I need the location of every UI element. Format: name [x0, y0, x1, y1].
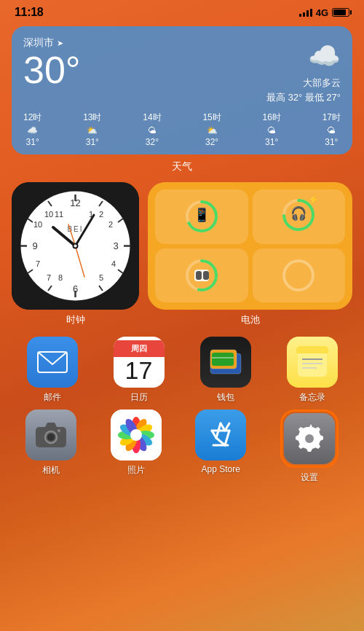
hour-temp-4: 31°: [265, 137, 278, 147]
svg-point-63: [47, 434, 55, 441]
hour-icon-0: ☁️: [27, 125, 38, 136]
battery-label: 电池: [148, 313, 352, 326]
location-icon: ➤: [57, 39, 63, 48]
battery-item-earbuds: 🎧 ⚡: [253, 189, 346, 244]
hour-icon-1: ⛅: [87, 125, 98, 136]
weather-cloud-icon: ☁️: [266, 36, 341, 76]
clock-label: 时钟: [12, 313, 139, 326]
hour-label-3: 15时: [202, 111, 221, 124]
notes-label: 备忘录: [299, 391, 325, 404]
hour-temp-0: 31°: [26, 137, 39, 147]
hour-temp-2: 32°: [146, 137, 159, 147]
weather-hour-1: 13时 ⛅ 31°: [83, 111, 101, 147]
camera-label: 相机: [42, 464, 60, 477]
weather-hour-0: 12时 ☁️ 31°: [23, 111, 41, 147]
hour-label-2: 14时: [143, 111, 161, 124]
photos-icon: [111, 409, 162, 460]
appstore-label: App Store: [202, 464, 240, 474]
svg-point-86: [305, 434, 314, 443]
svg-text:6: 6: [73, 283, 78, 294]
app-item-photos[interactable]: 照片: [111, 409, 162, 484]
wallet-icon: [200, 337, 251, 388]
hour-icon-2: 🌤: [148, 125, 157, 136]
widget-row: 12 3 6 9 2 10 7 11 1 2 4 5 8 7 10 BEI: [12, 182, 352, 326]
weather-city: 深圳市: [23, 36, 54, 50]
svg-rect-45: [196, 271, 202, 280]
settings-icon: [284, 413, 335, 464]
app-item-notes[interactable]: 备忘录: [287, 337, 338, 404]
svg-text:5: 5: [99, 273, 103, 282]
svg-point-47: [284, 261, 313, 290]
svg-line-82: [225, 431, 229, 445]
hour-icon-5: 🌤: [327, 125, 336, 136]
clock-widget-container: 12 3 6 9 2 10 7 11 1 2 4 5 8 7 10 BEI: [12, 182, 139, 326]
mail-icon: [27, 337, 78, 388]
app-item-camera[interactable]: 相机: [25, 409, 76, 484]
battery-widget-container: 📱 🎧 ⚡: [148, 182, 352, 326]
empty-battery-ring: [280, 256, 317, 294]
weather-high-low: 最高 32° 最低 27°: [266, 90, 341, 105]
hour-icon-3: ⛅: [207, 125, 218, 136]
svg-text:2: 2: [108, 220, 113, 229]
lightning-icon: ⚡: [308, 195, 319, 205]
weather-hour-5: 17时 🌤 31°: [323, 111, 341, 147]
status-bar: 11:18 4G: [0, 0, 364, 22]
svg-text:📱: 📱: [194, 207, 210, 223]
hour-temp-5: 31°: [325, 137, 338, 147]
weather-temp: 30°: [23, 51, 81, 89]
svg-rect-53: [212, 353, 234, 366]
wallet-cards-icon: [210, 349, 242, 375]
app-row-1: 邮件 周四 17 日历 钱包: [9, 337, 355, 404]
svg-text:7: 7: [36, 259, 40, 268]
weather-widget[interactable]: 深圳市 ➤ 30° ☁️ 大部多云 最高 32° 最低 27° 12时 ☁️ 3…: [12, 26, 352, 154]
battery-widget[interactable]: 📱 🎧 ⚡: [148, 182, 352, 310]
hour-temp-3: 32°: [205, 137, 218, 147]
battery-status-icon: [332, 8, 349, 17]
appstore-svg-icon: [205, 419, 237, 451]
settings-gear-icon: [293, 423, 325, 455]
svg-point-78: [130, 429, 142, 441]
notes-paper-icon: [296, 346, 328, 378]
app-item-appstore[interactable]: App Store: [195, 409, 246, 484]
weather-hours: 12时 ☁️ 31° 13时 ⛅ 31° 14时 🌤 32° 15时 ⛅ 32°…: [23, 111, 341, 147]
calendar-icon: 周四 17: [114, 337, 165, 388]
app-item-mail[interactable]: 邮件: [27, 337, 78, 404]
svg-text:7: 7: [47, 273, 51, 282]
mail-envelope-icon: [37, 351, 68, 373]
hour-label-5: 17时: [323, 111, 341, 124]
case-battery-ring: [183, 256, 221, 294]
camera-svg-icon: [34, 421, 68, 449]
weather-widget-label: 天气: [0, 160, 364, 173]
notes-icon: [287, 337, 338, 388]
app-item-calendar[interactable]: 周四 17 日历: [114, 337, 165, 404]
mail-label: 邮件: [44, 391, 61, 404]
svg-rect-57: [296, 349, 328, 353]
svg-text:🎧: 🎧: [290, 205, 307, 222]
svg-text:10: 10: [44, 210, 53, 219]
weather-hour-4: 16时 🌤 31°: [263, 111, 281, 147]
svg-text:8: 8: [58, 273, 63, 282]
svg-point-35: [74, 245, 77, 248]
weather-hour-3: 15时 ⛅ 32°: [202, 111, 221, 147]
network-label: 4G: [316, 7, 328, 18]
status-time: 11:18: [15, 6, 43, 19]
clock-widget[interactable]: 12 3 6 9 2 10 7 11 1 2 4 5 8 7 10 BEI: [12, 182, 139, 310]
hour-label-0: 12时: [23, 111, 41, 124]
svg-text:3: 3: [113, 240, 118, 251]
battery-item-case: [155, 248, 248, 303]
svg-rect-46: [203, 271, 209, 280]
wallet-label: 钱包: [217, 391, 234, 404]
settings-label: 设置: [301, 471, 318, 484]
status-right: 4G: [299, 7, 349, 18]
app-item-wallet[interactable]: 钱包: [200, 337, 251, 404]
camera-icon: [25, 409, 76, 460]
hour-label-1: 13时: [83, 111, 101, 124]
hour-label-4: 16时: [263, 111, 281, 124]
app-item-settings[interactable]: 设置: [280, 409, 339, 484]
hour-temp-1: 31°: [86, 137, 99, 147]
svg-text:12: 12: [70, 197, 80, 208]
photos-label: 照片: [127, 464, 145, 477]
calendar-weekday: 周四: [114, 340, 165, 357]
svg-text:2: 2: [99, 210, 103, 219]
photos-svg-icon: [111, 409, 162, 460]
